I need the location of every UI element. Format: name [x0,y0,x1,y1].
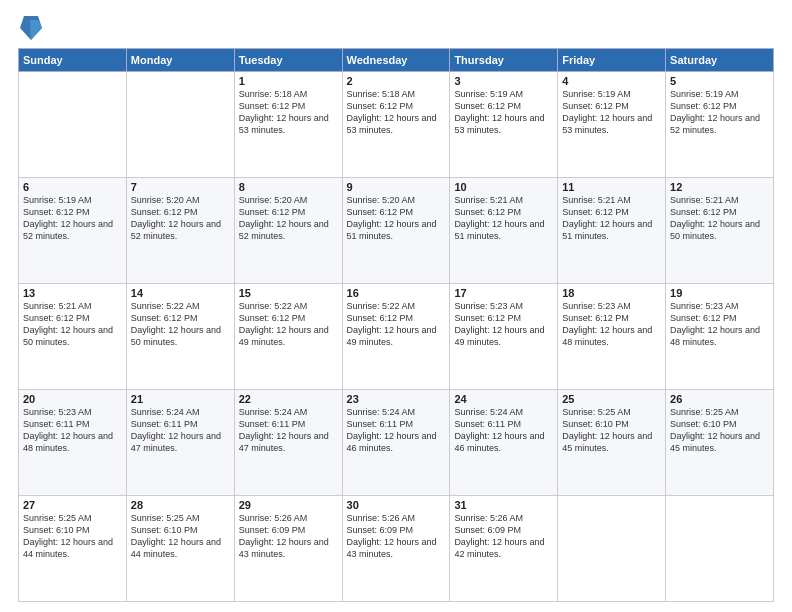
calendar-table: SundayMondayTuesdayWednesdayThursdayFrid… [18,48,774,602]
calendar-cell: 28Sunrise: 5:25 AM Sunset: 6:10 PM Dayli… [126,496,234,602]
day-info: Sunrise: 5:20 AM Sunset: 6:12 PM Dayligh… [347,194,446,243]
day-info: Sunrise: 5:25 AM Sunset: 6:10 PM Dayligh… [23,512,122,561]
calendar-cell: 9Sunrise: 5:20 AM Sunset: 6:12 PM Daylig… [342,178,450,284]
calendar-cell: 24Sunrise: 5:24 AM Sunset: 6:11 PM Dayli… [450,390,558,496]
calendar-cell: 21Sunrise: 5:24 AM Sunset: 6:11 PM Dayli… [126,390,234,496]
day-info: Sunrise: 5:23 AM Sunset: 6:11 PM Dayligh… [23,406,122,455]
calendar-cell: 13Sunrise: 5:21 AM Sunset: 6:12 PM Dayli… [19,284,127,390]
calendar-cell [126,72,234,178]
day-info: Sunrise: 5:19 AM Sunset: 6:12 PM Dayligh… [670,88,769,137]
calendar-header-saturday: Saturday [666,49,774,72]
day-number: 15 [239,287,338,299]
day-number: 8 [239,181,338,193]
day-number: 26 [670,393,769,405]
calendar-cell: 14Sunrise: 5:22 AM Sunset: 6:12 PM Dayli… [126,284,234,390]
day-number: 27 [23,499,122,511]
calendar-cell: 22Sunrise: 5:24 AM Sunset: 6:11 PM Dayli… [234,390,342,496]
day-number: 4 [562,75,661,87]
calendar-cell: 30Sunrise: 5:26 AM Sunset: 6:09 PM Dayli… [342,496,450,602]
day-info: Sunrise: 5:26 AM Sunset: 6:09 PM Dayligh… [239,512,338,561]
day-info: Sunrise: 5:25 AM Sunset: 6:10 PM Dayligh… [131,512,230,561]
calendar-cell: 2Sunrise: 5:18 AM Sunset: 6:12 PM Daylig… [342,72,450,178]
day-number: 2 [347,75,446,87]
day-info: Sunrise: 5:19 AM Sunset: 6:12 PM Dayligh… [23,194,122,243]
day-number: 25 [562,393,661,405]
day-info: Sunrise: 5:18 AM Sunset: 6:12 PM Dayligh… [239,88,338,137]
day-number: 9 [347,181,446,193]
day-info: Sunrise: 5:21 AM Sunset: 6:12 PM Dayligh… [23,300,122,349]
day-info: Sunrise: 5:24 AM Sunset: 6:11 PM Dayligh… [454,406,553,455]
day-info: Sunrise: 5:19 AM Sunset: 6:12 PM Dayligh… [454,88,553,137]
day-number: 18 [562,287,661,299]
logo [18,14,42,42]
calendar-cell [558,496,666,602]
day-info: Sunrise: 5:24 AM Sunset: 6:11 PM Dayligh… [347,406,446,455]
day-number: 23 [347,393,446,405]
calendar-week-row: 13Sunrise: 5:21 AM Sunset: 6:12 PM Dayli… [19,284,774,390]
calendar-cell [666,496,774,602]
calendar-cell: 5Sunrise: 5:19 AM Sunset: 6:12 PM Daylig… [666,72,774,178]
day-number: 16 [347,287,446,299]
day-info: Sunrise: 5:25 AM Sunset: 6:10 PM Dayligh… [562,406,661,455]
calendar-cell: 25Sunrise: 5:25 AM Sunset: 6:10 PM Dayli… [558,390,666,496]
calendar-cell: 31Sunrise: 5:26 AM Sunset: 6:09 PM Dayli… [450,496,558,602]
day-info: Sunrise: 5:22 AM Sunset: 6:12 PM Dayligh… [347,300,446,349]
calendar-cell: 15Sunrise: 5:22 AM Sunset: 6:12 PM Dayli… [234,284,342,390]
calendar-cell: 20Sunrise: 5:23 AM Sunset: 6:11 PM Dayli… [19,390,127,496]
calendar-cell: 7Sunrise: 5:20 AM Sunset: 6:12 PM Daylig… [126,178,234,284]
day-number: 10 [454,181,553,193]
day-number: 6 [23,181,122,193]
calendar-cell: 27Sunrise: 5:25 AM Sunset: 6:10 PM Dayli… [19,496,127,602]
day-number: 5 [670,75,769,87]
day-info: Sunrise: 5:24 AM Sunset: 6:11 PM Dayligh… [131,406,230,455]
day-info: Sunrise: 5:21 AM Sunset: 6:12 PM Dayligh… [670,194,769,243]
day-number: 29 [239,499,338,511]
calendar-cell: 11Sunrise: 5:21 AM Sunset: 6:12 PM Dayli… [558,178,666,284]
day-info: Sunrise: 5:20 AM Sunset: 6:12 PM Dayligh… [131,194,230,243]
day-info: Sunrise: 5:21 AM Sunset: 6:12 PM Dayligh… [562,194,661,243]
day-info: Sunrise: 5:23 AM Sunset: 6:12 PM Dayligh… [562,300,661,349]
calendar-header-monday: Monday [126,49,234,72]
calendar-cell: 29Sunrise: 5:26 AM Sunset: 6:09 PM Dayli… [234,496,342,602]
day-number: 3 [454,75,553,87]
day-info: Sunrise: 5:25 AM Sunset: 6:10 PM Dayligh… [670,406,769,455]
logo-icon [20,14,42,42]
day-number: 22 [239,393,338,405]
calendar-week-row: 1Sunrise: 5:18 AM Sunset: 6:12 PM Daylig… [19,72,774,178]
day-number: 14 [131,287,230,299]
calendar-header-row: SundayMondayTuesdayWednesdayThursdayFrid… [19,49,774,72]
calendar-cell: 10Sunrise: 5:21 AM Sunset: 6:12 PM Dayli… [450,178,558,284]
calendar-cell: 23Sunrise: 5:24 AM Sunset: 6:11 PM Dayli… [342,390,450,496]
day-info: Sunrise: 5:23 AM Sunset: 6:12 PM Dayligh… [670,300,769,349]
day-number: 31 [454,499,553,511]
day-number: 19 [670,287,769,299]
day-number: 21 [131,393,230,405]
day-info: Sunrise: 5:20 AM Sunset: 6:12 PM Dayligh… [239,194,338,243]
day-number: 20 [23,393,122,405]
day-info: Sunrise: 5:26 AM Sunset: 6:09 PM Dayligh… [347,512,446,561]
day-info: Sunrise: 5:22 AM Sunset: 6:12 PM Dayligh… [131,300,230,349]
day-number: 17 [454,287,553,299]
calendar-cell [19,72,127,178]
calendar-cell: 19Sunrise: 5:23 AM Sunset: 6:12 PM Dayli… [666,284,774,390]
day-info: Sunrise: 5:19 AM Sunset: 6:12 PM Dayligh… [562,88,661,137]
day-number: 11 [562,181,661,193]
calendar-header-tuesday: Tuesday [234,49,342,72]
calendar-cell: 26Sunrise: 5:25 AM Sunset: 6:10 PM Dayli… [666,390,774,496]
day-number: 24 [454,393,553,405]
day-number: 12 [670,181,769,193]
calendar-cell: 1Sunrise: 5:18 AM Sunset: 6:12 PM Daylig… [234,72,342,178]
day-info: Sunrise: 5:24 AM Sunset: 6:11 PM Dayligh… [239,406,338,455]
calendar-header-friday: Friday [558,49,666,72]
calendar-week-row: 6Sunrise: 5:19 AM Sunset: 6:12 PM Daylig… [19,178,774,284]
calendar-cell: 17Sunrise: 5:23 AM Sunset: 6:12 PM Dayli… [450,284,558,390]
day-number: 28 [131,499,230,511]
calendar-week-row: 27Sunrise: 5:25 AM Sunset: 6:10 PM Dayli… [19,496,774,602]
header [18,10,774,42]
calendar-header-sunday: Sunday [19,49,127,72]
day-info: Sunrise: 5:23 AM Sunset: 6:12 PM Dayligh… [454,300,553,349]
calendar-cell: 4Sunrise: 5:19 AM Sunset: 6:12 PM Daylig… [558,72,666,178]
calendar-cell: 8Sunrise: 5:20 AM Sunset: 6:12 PM Daylig… [234,178,342,284]
day-number: 7 [131,181,230,193]
calendar-week-row: 20Sunrise: 5:23 AM Sunset: 6:11 PM Dayli… [19,390,774,496]
